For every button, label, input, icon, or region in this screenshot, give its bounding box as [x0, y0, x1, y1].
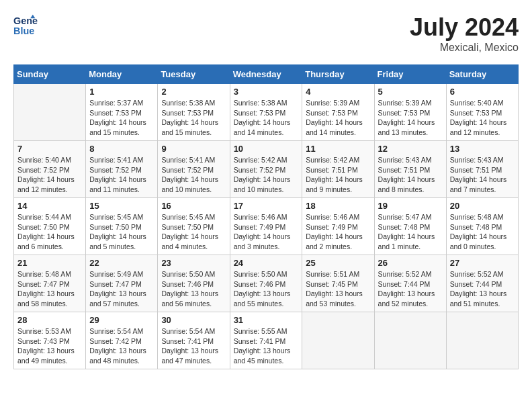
- calendar-cell: 2Sunrise: 5:38 AMSunset: 7:53 PMDaylight…: [158, 84, 230, 141]
- calendar-cell: 19Sunrise: 5:47 AMSunset: 7:48 PMDayligh…: [374, 198, 446, 255]
- day-info: Sunrise: 5:47 AMSunset: 7:48 PMDaylight:…: [378, 212, 443, 252]
- calendar-cell: 21Sunrise: 5:48 AMSunset: 7:47 PMDayligh…: [14, 255, 86, 312]
- day-number: 26: [378, 258, 443, 268]
- day-number: 31: [234, 315, 299, 325]
- calendar-cell: 29Sunrise: 5:54 AMSunset: 7:42 PMDayligh…: [86, 312, 158, 369]
- calendar-cell: 26Sunrise: 5:52 AMSunset: 7:44 PMDayligh…: [374, 255, 446, 312]
- calendar-cell: 14Sunrise: 5:44 AMSunset: 7:50 PMDayligh…: [14, 198, 86, 255]
- day-number: 13: [450, 144, 515, 154]
- day-info: Sunrise: 5:52 AMSunset: 7:44 PMDaylight:…: [450, 269, 515, 309]
- calendar-cell: 11Sunrise: 5:42 AMSunset: 7:51 PMDayligh…: [302, 141, 374, 198]
- day-number: 30: [161, 315, 226, 325]
- day-info: Sunrise: 5:41 AMSunset: 7:52 PMDaylight:…: [161, 155, 226, 195]
- location: Mexicali, Mexico: [410, 42, 519, 54]
- day-info: Sunrise: 5:50 AMSunset: 7:46 PMDaylight:…: [161, 269, 226, 309]
- day-info: Sunrise: 5:42 AMSunset: 7:52 PMDaylight:…: [234, 155, 299, 195]
- day-info: Sunrise: 5:38 AMSunset: 7:53 PMDaylight:…: [234, 98, 299, 138]
- day-number: 27: [450, 258, 515, 268]
- column-header-thursday: Thursday: [302, 65, 374, 84]
- page-header: General Blue July 2024 Mexicali, Mexico: [13, 13, 519, 54]
- week-row-1: 1Sunrise: 5:37 AMSunset: 7:53 PMDaylight…: [14, 84, 519, 141]
- day-info: Sunrise: 5:40 AMSunset: 7:52 PMDaylight:…: [17, 155, 82, 195]
- day-number: 10: [234, 144, 299, 154]
- calendar-cell: 24Sunrise: 5:50 AMSunset: 7:46 PMDayligh…: [230, 255, 302, 312]
- week-row-4: 21Sunrise: 5:48 AMSunset: 7:47 PMDayligh…: [14, 255, 519, 312]
- calendar-cell: 16Sunrise: 5:45 AMSunset: 7:50 PMDayligh…: [158, 198, 230, 255]
- day-info: Sunrise: 5:54 AMSunset: 7:42 PMDaylight:…: [89, 326, 154, 366]
- day-number: 1: [89, 87, 154, 97]
- day-number: 14: [17, 201, 82, 211]
- calendar-cell: [374, 312, 446, 369]
- month-year: July 2024: [410, 13, 519, 42]
- calendar-cell: 7Sunrise: 5:40 AMSunset: 7:52 PMDaylight…: [14, 141, 86, 198]
- calendar-cell: 3Sunrise: 5:38 AMSunset: 7:53 PMDaylight…: [230, 84, 302, 141]
- calendar-cell: 27Sunrise: 5:52 AMSunset: 7:44 PMDayligh…: [446, 255, 518, 312]
- column-header-tuesday: Tuesday: [158, 65, 230, 84]
- calendar-cell: 15Sunrise: 5:45 AMSunset: 7:50 PMDayligh…: [86, 198, 158, 255]
- day-number: 6: [450, 87, 515, 97]
- title-block: July 2024 Mexicali, Mexico: [410, 13, 519, 54]
- calendar-cell: 5Sunrise: 5:39 AMSunset: 7:53 PMDaylight…: [374, 84, 446, 141]
- day-info: Sunrise: 5:39 AMSunset: 7:53 PMDaylight:…: [378, 98, 443, 138]
- calendar-cell: [302, 312, 374, 369]
- day-info: Sunrise: 5:37 AMSunset: 7:53 PMDaylight:…: [89, 98, 154, 138]
- day-number: 15: [89, 201, 154, 211]
- day-number: 25: [306, 258, 370, 268]
- day-info: Sunrise: 5:42 AMSunset: 7:51 PMDaylight:…: [306, 155, 370, 195]
- column-header-monday: Monday: [86, 65, 158, 84]
- calendar-cell: 1Sunrise: 5:37 AMSunset: 7:53 PMDaylight…: [86, 84, 158, 141]
- day-info: Sunrise: 5:51 AMSunset: 7:45 PMDaylight:…: [306, 269, 370, 309]
- calendar-cell: 13Sunrise: 5:43 AMSunset: 7:51 PMDayligh…: [446, 141, 518, 198]
- week-row-2: 7Sunrise: 5:40 AMSunset: 7:52 PMDaylight…: [14, 141, 519, 198]
- column-header-sunday: Sunday: [14, 65, 86, 84]
- calendar-cell: 18Sunrise: 5:46 AMSunset: 7:49 PMDayligh…: [302, 198, 374, 255]
- calendar-cell: 23Sunrise: 5:50 AMSunset: 7:46 PMDayligh…: [158, 255, 230, 312]
- day-info: Sunrise: 5:46 AMSunset: 7:49 PMDaylight:…: [234, 212, 299, 252]
- calendar-cell: 25Sunrise: 5:51 AMSunset: 7:45 PMDayligh…: [302, 255, 374, 312]
- day-info: Sunrise: 5:55 AMSunset: 7:41 PMDaylight:…: [234, 326, 299, 366]
- day-number: 18: [306, 201, 370, 211]
- day-info: Sunrise: 5:49 AMSunset: 7:47 PMDaylight:…: [89, 269, 154, 309]
- logo-icon: General Blue: [13, 13, 38, 38]
- day-info: Sunrise: 5:54 AMSunset: 7:41 PMDaylight:…: [161, 326, 226, 366]
- day-info: Sunrise: 5:52 AMSunset: 7:44 PMDaylight:…: [378, 269, 443, 309]
- calendar-cell: 6Sunrise: 5:40 AMSunset: 7:53 PMDaylight…: [446, 84, 518, 141]
- day-number: 11: [306, 144, 370, 154]
- day-info: Sunrise: 5:38 AMSunset: 7:53 PMDaylight:…: [161, 98, 226, 138]
- day-number: 19: [378, 201, 443, 211]
- column-header-wednesday: Wednesday: [230, 65, 302, 84]
- day-number: 3: [234, 87, 299, 97]
- calendar-cell: [446, 312, 518, 369]
- calendar-cell: 8Sunrise: 5:41 AMSunset: 7:52 PMDaylight…: [86, 141, 158, 198]
- day-info: Sunrise: 5:53 AMSunset: 7:43 PMDaylight:…: [17, 326, 82, 366]
- day-number: 22: [89, 258, 154, 268]
- day-number: 24: [234, 258, 299, 268]
- calendar-cell: 9Sunrise: 5:41 AMSunset: 7:52 PMDaylight…: [158, 141, 230, 198]
- day-info: Sunrise: 5:48 AMSunset: 7:47 PMDaylight:…: [17, 269, 82, 309]
- day-info: Sunrise: 5:41 AMSunset: 7:52 PMDaylight:…: [89, 155, 154, 195]
- day-number: 28: [17, 315, 82, 325]
- calendar-cell: [14, 84, 86, 141]
- day-info: Sunrise: 5:44 AMSunset: 7:50 PMDaylight:…: [17, 212, 82, 252]
- day-number: 12: [378, 144, 443, 154]
- calendar-cell: 30Sunrise: 5:54 AMSunset: 7:41 PMDayligh…: [158, 312, 230, 369]
- day-info: Sunrise: 5:40 AMSunset: 7:53 PMDaylight:…: [450, 98, 515, 138]
- column-header-saturday: Saturday: [446, 65, 518, 84]
- day-number: 9: [161, 144, 226, 154]
- day-number: 23: [161, 258, 226, 268]
- calendar-cell: 20Sunrise: 5:48 AMSunset: 7:48 PMDayligh…: [446, 198, 518, 255]
- calendar-cell: 31Sunrise: 5:55 AMSunset: 7:41 PMDayligh…: [230, 312, 302, 369]
- week-row-3: 14Sunrise: 5:44 AMSunset: 7:50 PMDayligh…: [14, 198, 519, 255]
- week-row-5: 28Sunrise: 5:53 AMSunset: 7:43 PMDayligh…: [14, 312, 519, 369]
- day-info: Sunrise: 5:50 AMSunset: 7:46 PMDaylight:…: [234, 269, 299, 309]
- calendar-cell: 12Sunrise: 5:43 AMSunset: 7:51 PMDayligh…: [374, 141, 446, 198]
- day-number: 7: [17, 144, 82, 154]
- day-number: 2: [161, 87, 226, 97]
- column-header-friday: Friday: [374, 65, 446, 84]
- calendar-header-row: SundayMondayTuesdayWednesdayThursdayFrid…: [14, 65, 519, 84]
- day-info: Sunrise: 5:45 AMSunset: 7:50 PMDaylight:…: [161, 212, 226, 252]
- day-info: Sunrise: 5:45 AMSunset: 7:50 PMDaylight:…: [89, 212, 154, 252]
- calendar-cell: 4Sunrise: 5:39 AMSunset: 7:53 PMDaylight…: [302, 84, 374, 141]
- day-info: Sunrise: 5:43 AMSunset: 7:51 PMDaylight:…: [450, 155, 515, 195]
- day-number: 20: [450, 201, 515, 211]
